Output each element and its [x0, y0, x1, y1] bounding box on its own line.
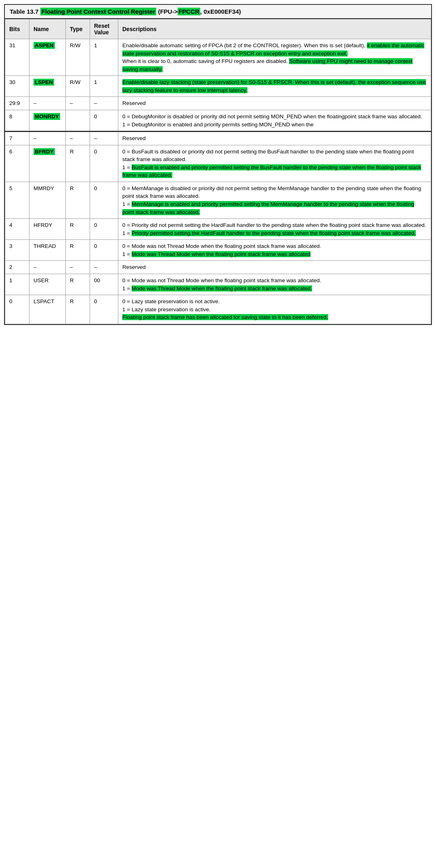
description-highlight: Floating point stack frame has been allo… [122, 314, 328, 320]
cell-description: 0 = Mode was not Thread Mode when the fl… [118, 240, 431, 261]
title-highlight: Floating Point Context Control Register [40, 8, 157, 15]
cell-type: – [66, 261, 90, 274]
cell-bits: 8 [5, 110, 29, 131]
cell-description: Reserved [118, 132, 431, 145]
cell-name: USER [29, 274, 66, 295]
cell-name: – [29, 97, 66, 110]
cell-type [66, 110, 90, 131]
table-row: 6BFRDYR00 = BusFault is disabled or prio… [5, 145, 431, 182]
cell-bits: 5 [5, 182, 29, 218]
register-name-highlight: ASPEN [34, 42, 55, 49]
register-table: Table 13.7 Floating Point Context Contro… [4, 4, 432, 325]
register-name-highlight: LSPEN [34, 79, 54, 86]
table-row: 29:9–––Reserved [5, 97, 431, 110]
table-row: 4HFRDYR00 = Priority did not permit sett… [5, 219, 431, 240]
cell-reset: 1 [90, 39, 118, 76]
cell-bits: 7 [5, 132, 29, 145]
cell-name: – [29, 132, 66, 145]
cell-reset: 00 [90, 274, 118, 295]
cell-description: 0 = DebugMonitor is disabled or priority… [118, 110, 431, 131]
table-row: 2–––Reserved [5, 261, 431, 274]
cell-name: MMRDY [29, 182, 66, 218]
cell-name: LSPEN [29, 76, 66, 97]
description-highlight: Priority permitted setting the HardFault… [132, 230, 416, 236]
cell-bits: 3 [5, 240, 29, 261]
cell-reset: 0 [90, 240, 118, 261]
cell-description: Enable/disable automatic setting of FPCA… [118, 39, 431, 76]
cell-reset: 1 [90, 76, 118, 97]
register-name-highlight: MONRDY [34, 113, 60, 120]
cell-name: ASPEN [29, 39, 66, 76]
cell-description: 0 = Priority did not permit setting the … [118, 219, 431, 240]
description-highlight: BusFault is enabled and priority permitt… [122, 164, 421, 178]
cell-reset: 0 [90, 219, 118, 240]
table-row: 7–––Reserved [5, 132, 431, 145]
cell-bits: 30 [5, 76, 29, 97]
cell-type: R [66, 240, 90, 261]
description-highlight: MemManage is enabled and priority permit… [122, 201, 414, 215]
fpccr-highlight: FPCCR [178, 8, 200, 15]
table-row: 30LSPENR/W1Enable/disable lazy stacking … [5, 76, 431, 97]
cell-name: MONRDY [29, 110, 66, 131]
cell-description: 0 = MemManage is disabled or priority di… [118, 182, 431, 218]
cell-description: Reserved [118, 97, 431, 110]
table-row: 8MONRDY00 = DebugMonitor is disabled or … [5, 110, 431, 131]
cell-reset: 0 [90, 145, 118, 182]
cell-type: – [66, 97, 90, 110]
description-highlight: Mode was Thread Mode when the floating p… [132, 285, 312, 291]
table-row: 0LSPACTR00 = Lazy state preservation is … [5, 295, 431, 324]
cell-description: 0 = Lazy state preservation is not activ… [118, 295, 431, 324]
table-row: 31ASPENR/W1Enable/disable automatic sett… [5, 39, 431, 76]
title-end: , 0xE000EF34) [200, 8, 241, 15]
description-highlight: it enables the automatic state preservat… [122, 42, 424, 57]
cell-bits: 0 [5, 295, 29, 324]
title-suffix: (FPU-> [156, 8, 178, 15]
cell-description: 0 = Mode was not Thread Mode when the fl… [118, 274, 431, 295]
cell-description: Reserved [118, 261, 431, 274]
cell-description: 0 = BusFault is disabled or priority did… [118, 145, 431, 182]
cell-type: R [66, 145, 90, 182]
cell-name: LSPACT [29, 295, 66, 324]
cell-name: HFRDY [29, 219, 66, 240]
register-data-table: Bits Name Type Reset Value Descriptions … [5, 19, 431, 324]
header-type: Type [66, 19, 90, 39]
description-highlight: Software using FPU might need to manage … [122, 58, 413, 72]
cell-reset: 0 [90, 295, 118, 324]
cell-name: BFRDY [29, 145, 66, 182]
cell-type: R/W [66, 39, 90, 76]
cell-description: Enable/disable lazy stacking (state pres… [118, 76, 431, 97]
cell-bits: 2 [5, 261, 29, 274]
header-desc: Descriptions [118, 19, 431, 39]
cell-type: R/W [66, 76, 90, 97]
cell-reset: – [90, 97, 118, 110]
cell-type: R [66, 219, 90, 240]
table-title: Table 13.7 Floating Point Context Contro… [5, 5, 431, 19]
cell-type: – [66, 132, 90, 145]
cell-bits: 31 [5, 39, 29, 76]
cell-bits: 6 [5, 145, 29, 182]
cell-name: – [29, 261, 66, 274]
cell-type: R [66, 274, 90, 295]
cell-bits: 4 [5, 219, 29, 240]
table-row: 3THREADR00 = Mode was not Thread Mode wh… [5, 240, 431, 261]
title-prefix: Table 13.7 [10, 8, 40, 15]
cell-reset: 0 [90, 110, 118, 131]
cell-reset: – [90, 261, 118, 274]
header-reset: Reset Value [90, 19, 118, 39]
cell-reset: 0 [90, 182, 118, 218]
table-row: 1USERR000 = Mode was not Thread Mode whe… [5, 274, 431, 295]
description-highlight: Enable/disable lazy stacking (state pres… [122, 79, 426, 93]
table-row: 5MMRDYR00 = MemManage is disabled or pri… [5, 182, 431, 218]
cell-name: THREAD [29, 240, 66, 261]
register-name-highlight: BFRDY [34, 148, 55, 155]
table-header-row: Bits Name Type Reset Value Descriptions [5, 19, 431, 39]
cell-reset: – [90, 132, 118, 145]
cell-type: R [66, 182, 90, 218]
header-bits: Bits [5, 19, 29, 39]
description-highlight: Mode was Thread Mode when the floating p… [132, 251, 310, 257]
header-name: Name [29, 19, 66, 39]
cell-type: R [66, 295, 90, 324]
cell-bits: 1 [5, 274, 29, 295]
cell-bits: 29:9 [5, 97, 29, 110]
